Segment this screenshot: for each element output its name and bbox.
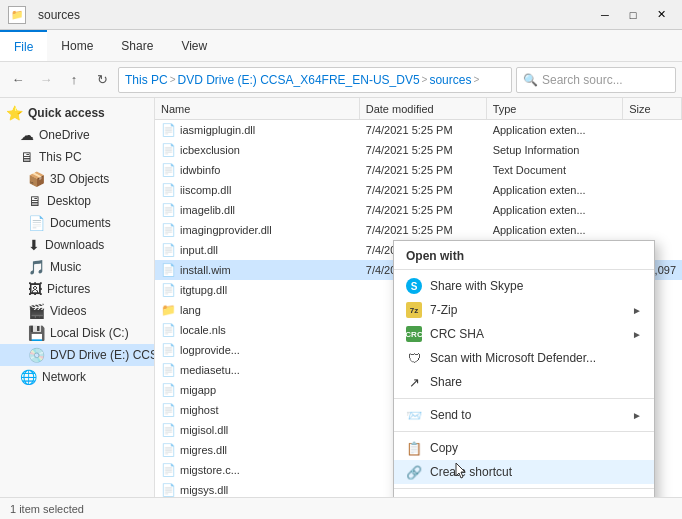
file-icon: 📄 (161, 363, 176, 377)
crcsha-icon: CRC (406, 326, 422, 342)
path-thispc[interactable]: This PC (125, 73, 168, 87)
tab-home[interactable]: Home (47, 30, 107, 61)
file-name: install.wim (180, 264, 231, 276)
file-name: iiscomp.dll (180, 184, 231, 196)
sidebar-item-dvddrive[interactable]: 💿 DVD Drive (E:) CCSA (0, 344, 154, 366)
file-name: migres.dll (180, 444, 227, 456)
title-icon: 📁 (8, 6, 26, 24)
addressbar: ← → ↑ ↻ This PC > DVD Drive (E:) CCSA_X6… (0, 62, 682, 98)
ctx-item-properties[interactable]: ℹ Properties (394, 493, 654, 497)
quickaccess-icon: ⭐ (6, 105, 23, 121)
sidebar-item-documents[interactable]: 📄 Documents (0, 212, 154, 234)
ctx-item-defender[interactable]: 🛡 Scan with Microsoft Defender... (394, 346, 654, 370)
col-header-name[interactable]: Name (155, 98, 360, 119)
sidebar-item-localdisk[interactable]: 💾 Local Disk (C:) (0, 322, 154, 344)
sidebar-item-quickaccess[interactable]: ⭐ Quick access (0, 102, 154, 124)
sidebar-item-onedrive[interactable]: ☁ OneDrive (0, 124, 154, 146)
file-icon: 📄 (161, 123, 176, 137)
desktop-icon: 🖥 (28, 193, 42, 209)
videos-icon: 🎬 (28, 303, 45, 319)
file-icon: 📄 (161, 243, 176, 257)
ctx-arrow-crcsha: ► (632, 329, 642, 340)
sidebar-item-pictures[interactable]: 🖼 Pictures (0, 278, 154, 300)
sidebar-item-desktop[interactable]: 🖥 Desktop (0, 190, 154, 212)
file-name: imagelib.dll (180, 204, 235, 216)
file-type: Setup Information (487, 144, 624, 156)
tab-file[interactable]: File (0, 30, 47, 61)
ctx-item-sendto[interactable]: 📨 Send to ► (394, 403, 654, 427)
file-row[interactable]: 📄 iiscomp.dll 7/4/2021 5:25 PM Applicati… (155, 180, 682, 200)
file-name: idwbinfo (180, 164, 220, 176)
file-row[interactable]: 📄 icbexclusion 7/4/2021 5:25 PM Setup In… (155, 140, 682, 160)
file-name: locale.nls (180, 324, 226, 336)
search-icon: 🔍 (523, 73, 538, 87)
ctx-item-skype[interactable]: S Share with Skype (394, 274, 654, 298)
file-icon: 📄 (161, 443, 176, 457)
sidebar-item-music[interactable]: 🎵 Music (0, 256, 154, 278)
file-icon: 📄 (161, 203, 176, 217)
file-type: Text Document (487, 164, 624, 176)
file-type: Application exten... (487, 224, 624, 236)
ctx-arrow-sendto: ► (632, 410, 642, 421)
ctx-item-copy[interactable]: 📋 Copy (394, 436, 654, 460)
col-header-size[interactable]: Size (623, 98, 682, 119)
file-icon: 📄 (161, 463, 176, 477)
filelist-header: Name Date modified Type Size (155, 98, 682, 120)
ctx-label-defender: Scan with Microsoft Defender... (430, 351, 596, 365)
file-row[interactable]: 📄 imagelib.dll 7/4/2021 5:25 PM Applicat… (155, 200, 682, 220)
search-box[interactable]: 🔍 Search sourc... (516, 67, 676, 93)
path-sources[interactable]: sources (429, 73, 471, 87)
back-button[interactable]: ← (6, 68, 30, 92)
sidebar-item-network[interactable]: 🌐 Network (0, 366, 154, 388)
main-area: ⭐ Quick access ☁ OneDrive 🖥 This PC 📦 3D… (0, 98, 682, 497)
file-row[interactable]: 📄 imagingprovider.dll 7/4/2021 5:25 PM A… (155, 220, 682, 240)
tab-view[interactable]: View (167, 30, 221, 61)
ctx-item-crcsha[interactable]: CRC CRC SHA ► (394, 322, 654, 346)
mouse-cursor-icon (454, 462, 468, 480)
music-icon: 🎵 (28, 259, 45, 275)
file-row[interactable]: 📄 iasmigplugin.dll 7/4/2021 5:25 PM Appl… (155, 120, 682, 140)
refresh-button[interactable]: ↻ (90, 68, 114, 92)
skype-icon: S (406, 278, 422, 294)
file-name: icbexclusion (180, 144, 240, 156)
tab-share[interactable]: Share (107, 30, 167, 61)
ctx-item-7zip[interactable]: 7z 7-Zip ► (394, 298, 654, 322)
titlebar-window-icons: 📁 (8, 6, 26, 24)
minimize-button[interactable]: ─ (592, 4, 618, 26)
titlebar: 📁 sources ─ □ ✕ (0, 0, 682, 30)
ctx-label-createshortcut: Create shortcut (430, 465, 512, 479)
ctx-item-createshortcut[interactable]: 🔗 Create shortcut (394, 460, 654, 484)
col-header-date[interactable]: Date modified (360, 98, 487, 119)
file-icon: 📄 (161, 383, 176, 397)
file-icon: 📄 (161, 283, 176, 297)
ctx-label-skype: Share with Skype (430, 279, 523, 293)
file-name: logprovide... (180, 344, 240, 356)
sidebar-item-downloads[interactable]: ⬇ Downloads (0, 234, 154, 256)
file-icon: 📄 (161, 223, 176, 237)
up-button[interactable]: ↑ (62, 68, 86, 92)
file-row[interactable]: 📄 idwbinfo 7/4/2021 5:25 PM Text Documen… (155, 160, 682, 180)
7zip-icon: 7z (406, 302, 422, 318)
ctx-label-sendto: Send to (430, 408, 471, 422)
ctx-label-7zip: 7-Zip (430, 303, 457, 317)
close-button[interactable]: ✕ (648, 4, 674, 26)
forward-button[interactable]: → (34, 68, 58, 92)
ctx-divider-1 (394, 398, 654, 399)
path-dvddrive[interactable]: DVD Drive (E:) CCSA_X64FRE_EN-US_DV5 (178, 73, 420, 87)
filelist-area: Name Date modified Type Size 📄 iasmigplu… (155, 98, 682, 497)
context-menu-header: Open with (394, 245, 654, 265)
sidebar-item-3dobjects[interactable]: 📦 3D Objects (0, 168, 154, 190)
file-name: input.dll (180, 244, 218, 256)
file-name: mediasetu... (180, 364, 240, 376)
file-name: imagingprovider.dll (180, 224, 272, 236)
file-name: itgtupg.dll (180, 284, 227, 296)
sidebar-item-thispc[interactable]: 🖥 This PC (0, 146, 154, 168)
col-header-type[interactable]: Type (487, 98, 624, 119)
file-icon: 📄 (161, 263, 176, 277)
maximize-button[interactable]: □ (620, 4, 646, 26)
ctx-item-share[interactable]: ↗ Share (394, 370, 654, 394)
address-path[interactable]: This PC > DVD Drive (E:) CCSA_X64FRE_EN-… (118, 67, 512, 93)
localdisk-icon: 💾 (28, 325, 45, 341)
file-icon: 📄 (161, 183, 176, 197)
sidebar-item-videos[interactable]: 🎬 Videos (0, 300, 154, 322)
